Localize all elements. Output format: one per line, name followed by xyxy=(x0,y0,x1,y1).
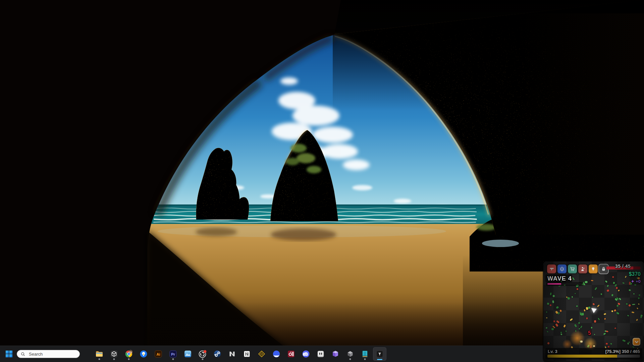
game-window[interactable]: 5 xyxy=(543,261,644,362)
running-indicator xyxy=(113,358,115,360)
obs-icon xyxy=(199,350,207,358)
taskbar-gold-diamond-app-button[interactable] xyxy=(255,347,268,361)
bulb-button[interactable] xyxy=(589,264,598,274)
xp-bar xyxy=(547,355,640,358)
spark xyxy=(608,346,609,348)
money-text: $370 xyxy=(629,271,641,277)
purple-box-icon xyxy=(331,350,339,358)
shop-cart-button[interactable] xyxy=(568,264,577,274)
desktop: Ai Pr xyxy=(0,0,644,362)
wave-progress-bar xyxy=(547,283,582,285)
taskbar-photos-button[interactable] xyxy=(181,347,195,361)
blue-bulb-app-icon xyxy=(140,350,148,358)
search-input[interactable] xyxy=(28,351,73,357)
search-box[interactable] xyxy=(17,350,80,358)
spark xyxy=(593,345,595,347)
character-button[interactable] xyxy=(578,264,587,274)
gold-diamond-icon xyxy=(258,350,266,358)
gem-star-icon: ✦ xyxy=(631,279,635,284)
taskbar-red-o-app-button[interactable] xyxy=(284,347,298,361)
survivors-game-icon xyxy=(376,350,384,358)
bonus-text: ✦ +0 xyxy=(631,279,641,284)
obs-notification-badge xyxy=(204,350,206,353)
red-o-app-icon xyxy=(287,350,295,358)
character-icon xyxy=(580,266,586,272)
running-indicator xyxy=(364,358,366,360)
xp-text: [75.3%] 350 / 465 xyxy=(605,349,640,354)
chrome-icon xyxy=(125,350,133,358)
windows-logo-icon xyxy=(5,350,13,358)
health-text: 35 / 45 xyxy=(615,263,631,269)
taskbar-pixel-face-app-button[interactable] xyxy=(314,347,327,361)
taskbar-obs-button[interactable] xyxy=(196,347,209,361)
taskbar-chrome-button[interactable] xyxy=(122,347,136,361)
taskbar-steam-button[interactable] xyxy=(211,347,224,361)
n-logo-icon xyxy=(228,350,236,358)
taskbar-n-logo-app-button[interactable] xyxy=(225,347,239,361)
running-indicator xyxy=(99,358,100,360)
active-indicator xyxy=(377,359,382,360)
taskbar-illustrator-button[interactable]: Ai xyxy=(152,347,165,361)
running-indicator xyxy=(128,358,130,360)
taskbar-unity-hub-button[interactable] xyxy=(107,347,121,361)
player-character xyxy=(591,307,597,314)
running-indicator xyxy=(172,358,174,360)
gear-ring-icon xyxy=(559,266,565,272)
taskbar-premiere-pro-button[interactable]: Pr xyxy=(166,347,180,361)
xp-bar-fill xyxy=(547,355,617,358)
taskbar-file-explorer-button[interactable] xyxy=(93,347,106,361)
taskbar-nordvpn-button[interactable] xyxy=(270,347,283,361)
steam-icon xyxy=(213,350,221,358)
svg-text:Ai: Ai xyxy=(157,352,160,356)
taskbar-purple-box-app-button[interactable] xyxy=(329,347,342,361)
taskbar-notepad-app-button[interactable] xyxy=(358,347,372,361)
gear-ring-button[interactable] xyxy=(557,264,567,274)
padlock-icon xyxy=(601,266,606,272)
photos-icon xyxy=(184,350,192,358)
notepad-icon xyxy=(361,350,369,358)
pixel-face-icon xyxy=(317,350,325,358)
taskbar-apps: Ai Pr xyxy=(93,347,386,361)
chevron-down-icon xyxy=(634,340,639,344)
premiere-pro-icon: Pr xyxy=(169,350,177,358)
weapon-button[interactable] xyxy=(547,264,556,274)
search-icon xyxy=(20,352,25,357)
start-button[interactable] xyxy=(5,350,13,358)
weapon-icon xyxy=(549,266,554,272)
spark xyxy=(606,343,608,345)
notion-icon xyxy=(243,350,251,358)
illustrator-icon: Ai xyxy=(154,350,162,358)
unity-hub-icon xyxy=(110,350,118,358)
nordvpn-icon xyxy=(272,350,280,358)
taskbar-unity-button[interactable] xyxy=(343,347,357,361)
level-text: Lv. 3 xyxy=(548,349,557,354)
svg-text:Pr: Pr xyxy=(171,352,175,356)
running-indicator xyxy=(350,358,351,360)
running-indicator xyxy=(202,358,204,360)
taskbar-survivors-game-button[interactable] xyxy=(373,347,386,361)
unity-icon xyxy=(346,350,354,358)
bulb-icon xyxy=(590,266,596,272)
discord-icon xyxy=(302,350,310,358)
collect-button[interactable] xyxy=(633,338,640,346)
taskbar-discord-button[interactable] xyxy=(299,347,313,361)
wave-progress-fill xyxy=(547,283,561,285)
taskbar-blue-bulb-app-button[interactable] xyxy=(137,347,150,361)
file-explorer-icon xyxy=(95,350,103,358)
hud-button-row xyxy=(547,264,608,274)
damage-number: 5 xyxy=(588,330,591,336)
taskbar-notion-button[interactable] xyxy=(240,347,254,361)
spark xyxy=(580,341,583,343)
shopping-cart-icon xyxy=(570,266,575,272)
wave-label: WAVE 4 xyxy=(547,275,572,282)
